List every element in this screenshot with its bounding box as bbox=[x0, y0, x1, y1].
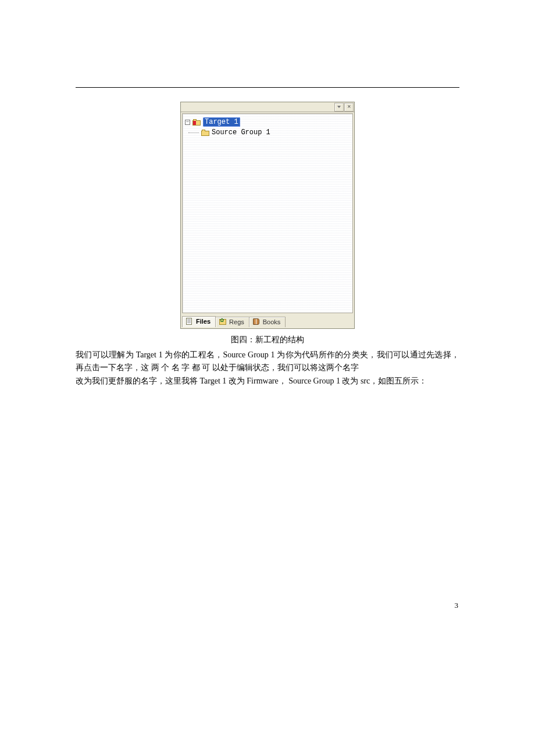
tab-files[interactable]: Files bbox=[182, 316, 216, 327]
tree-node-target[interactable]: − Target 1 bbox=[185, 117, 350, 127]
panel-tabs: Files Regs Books bbox=[182, 314, 353, 327]
books-icon bbox=[253, 318, 261, 325]
figure-container: ✕ − Target 1 Source Group 1 Files bbox=[76, 102, 459, 329]
paragraph-2: 改为我们更舒服的名字，这里我将 Target 1 改为 Firmware， So… bbox=[76, 375, 459, 388]
files-icon bbox=[186, 318, 194, 325]
project-panel: ✕ − Target 1 Source Group 1 Files bbox=[180, 102, 355, 329]
tab-files-label: Files bbox=[196, 318, 211, 325]
tree-connector bbox=[188, 132, 199, 133]
tab-books[interactable]: Books bbox=[249, 317, 286, 327]
tab-regs[interactable]: Regs bbox=[215, 317, 249, 327]
target-label[interactable]: Target 1 bbox=[203, 117, 240, 127]
page-number: 3 bbox=[455, 601, 459, 610]
chevron-down-icon bbox=[337, 106, 341, 108]
dropdown-button[interactable] bbox=[334, 103, 344, 112]
close-button[interactable]: ✕ bbox=[344, 103, 354, 112]
tab-regs-label: Regs bbox=[229, 318, 244, 325]
tree-node-group[interactable]: Source Group 1 bbox=[185, 128, 350, 137]
close-icon: ✕ bbox=[347, 105, 351, 109]
project-tree[interactable]: − Target 1 Source Group 1 bbox=[182, 113, 353, 313]
header-rule bbox=[76, 87, 459, 88]
tab-books-label: Books bbox=[263, 318, 281, 325]
group-label[interactable]: Source Group 1 bbox=[212, 128, 270, 137]
figure-caption: 图四：新工程的结构 bbox=[76, 335, 459, 345]
panel-titlebar: ✕ bbox=[181, 102, 354, 112]
group-folder-icon bbox=[201, 130, 209, 136]
collapse-icon[interactable]: − bbox=[185, 120, 190, 125]
paragraph-1: 我们可以理解为 Target 1 为你的工程名，Source Group 1 为… bbox=[76, 349, 459, 374]
document-page: ✕ − Target 1 Source Group 1 Files bbox=[0, 0, 535, 645]
regs-icon bbox=[219, 318, 227, 325]
target-folder-icon bbox=[192, 119, 201, 126]
